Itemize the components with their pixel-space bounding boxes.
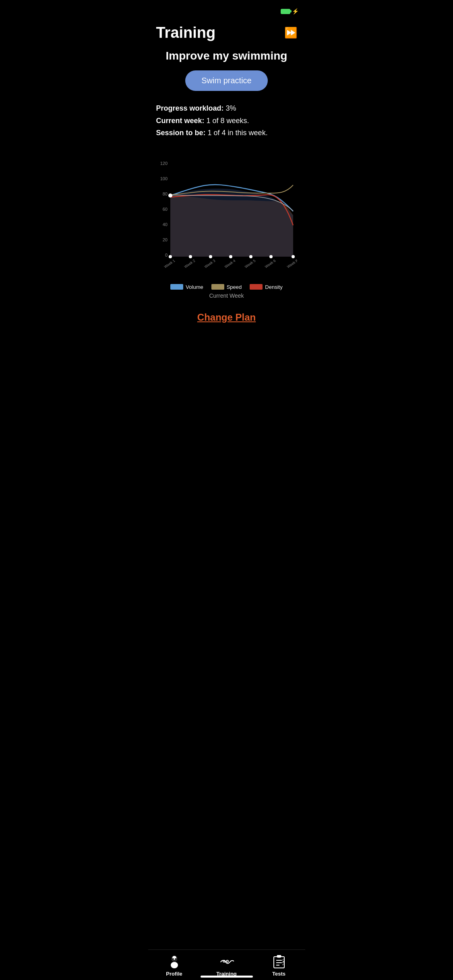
swim-practice-button[interactable]: Swim practice: [185, 70, 267, 91]
svg-text:Week 3: Week 3: [203, 259, 216, 269]
svg-text:80: 80: [162, 191, 167, 196]
skip-button[interactable]: ⏩: [284, 27, 297, 39]
status-bar: ⚡: [148, 0, 305, 18]
svg-text:Week 1: Week 1: [163, 259, 176, 269]
change-plan-button[interactable]: Change Plan: [197, 312, 256, 323]
svg-point-10: [229, 255, 232, 258]
svg-point-8: [189, 255, 192, 258]
workload-stat: Progress workload: 3%: [156, 102, 297, 115]
chart-container: 120 100 80 60 40 20 0: [156, 149, 297, 278]
main-content: Improve my swimming Swim practice Progre…: [148, 49, 305, 323]
svg-text:20: 20: [162, 237, 167, 242]
plan-title: Improve my swimming: [156, 49, 297, 62]
legend-speed: Speed: [211, 284, 242, 290]
svg-point-13: [292, 255, 295, 258]
legend-volume: Volume: [170, 284, 203, 290]
svg-text:60: 60: [162, 207, 167, 212]
svg-point-7: [169, 255, 172, 258]
svg-point-12: [269, 255, 273, 258]
volume-label: Volume: [186, 284, 203, 290]
svg-text:120: 120: [160, 161, 167, 166]
svg-text:100: 100: [160, 176, 167, 181]
density-color: [250, 284, 263, 290]
lightning-icon: ⚡: [292, 8, 299, 14]
page-title: Training: [156, 24, 216, 41]
density-label: Density: [265, 284, 282, 290]
battery-icon: ⚡: [281, 8, 299, 14]
stats-section: Progress workload: 3% Current week: 1 of…: [156, 102, 297, 139]
chart-legend: Volume Speed Density: [156, 284, 297, 290]
legend-density: Density: [250, 284, 282, 290]
svg-text:0: 0: [165, 253, 167, 257]
svg-text:Week 5: Week 5: [244, 259, 256, 269]
svg-text:Week 8: Week 8: [286, 259, 297, 269]
page-header: Training ⏩: [148, 18, 305, 49]
svg-text:Week 4: Week 4: [223, 259, 236, 269]
week-stat: Current week: 1 of 8 weeks.: [156, 115, 297, 127]
svg-text:Week 6: Week 6: [264, 259, 276, 269]
volume-color: [170, 284, 183, 290]
svg-text:Week 2: Week 2: [183, 259, 196, 269]
svg-point-11: [249, 255, 252, 258]
change-plan-section: Change Plan: [156, 312, 297, 323]
current-week-label: Current Week: [156, 292, 297, 299]
battery-shape: [281, 9, 290, 14]
speed-label: Speed: [227, 284, 242, 290]
session-stat: Session to be: 1 of 4 in this week.: [156, 127, 297, 139]
svg-point-9: [209, 255, 212, 258]
svg-point-14: [168, 194, 172, 198]
speed-color: [211, 284, 224, 290]
svg-text:40: 40: [162, 222, 167, 227]
chart-svg: 120 100 80 60 40 20 0: [156, 149, 297, 278]
